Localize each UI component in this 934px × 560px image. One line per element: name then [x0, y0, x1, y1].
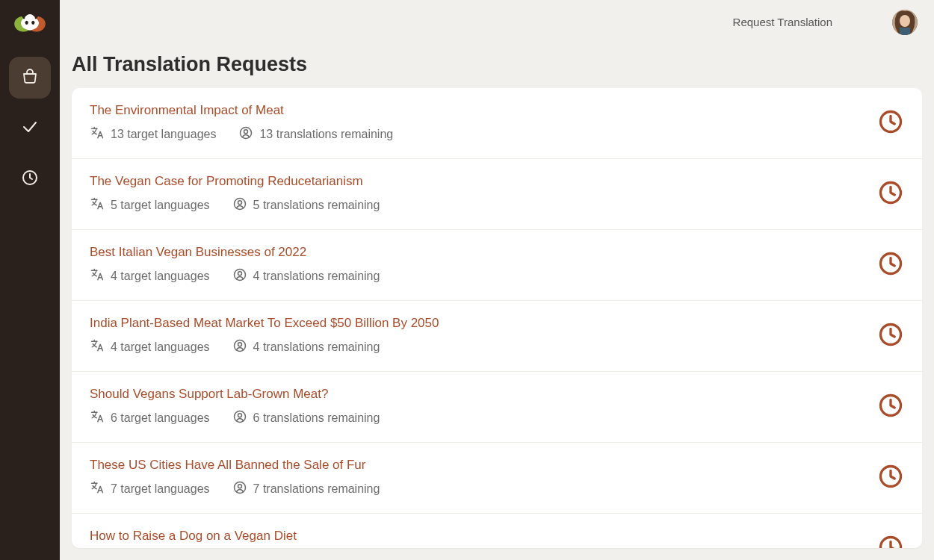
request-translation-link[interactable]: Request Translation — [733, 16, 832, 28]
request-row[interactable]: These US Cities Have All Banned the Sale… — [72, 443, 922, 514]
status-pending — [877, 392, 904, 422]
translations-remaining-label: 4 translations remaining — [253, 340, 380, 354]
request-row[interactable]: India Plant-Based Meat Market To Exceed … — [72, 301, 922, 372]
person-circle-icon — [232, 196, 247, 214]
target-languages-label: 7 target languages — [111, 482, 210, 496]
clock-icon — [877, 321, 904, 351]
notifications-button[interactable] — [853, 13, 871, 31]
person-circle-icon — [232, 480, 247, 498]
request-row[interactable]: The Environmental Impact of Meat 13 — [72, 88, 922, 159]
sidebar-item-requests[interactable] — [9, 57, 51, 99]
briefcase-icon — [21, 67, 39, 88]
target-languages-label: 6 target languages — [111, 411, 210, 425]
svg-point-16 — [238, 272, 241, 276]
sidebar — [0, 0, 60, 560]
request-row[interactable]: The Vegan Case for Promoting Reducetaria… — [72, 159, 922, 230]
svg-point-7 — [900, 15, 910, 27]
request-title: India Plant-Based Meat Market To Exceed … — [90, 316, 877, 331]
status-pending — [877, 534, 904, 548]
translations-remaining-label: 4 translations remaining — [253, 270, 380, 283]
clock-icon — [877, 108, 904, 138]
translate-icon — [90, 125, 105, 143]
request-title: The Vegan Case for Promoting Reducetaria… — [90, 174, 877, 189]
request-title: The Environmental Impact of Meat — [90, 103, 877, 118]
main-area: Request Translation — [60, 0, 934, 560]
clock-icon — [877, 250, 904, 280]
target-languages-label: 5 target languages — [111, 199, 210, 212]
target-languages-label: 4 target languages — [111, 270, 210, 283]
svg-point-10 — [244, 130, 248, 134]
app-logo — [10, 9, 49, 39]
translate-icon — [90, 267, 105, 285]
request-title: Should Vegans Support Lab-Grown Meat? — [90, 387, 877, 402]
svg-point-21 — [234, 411, 245, 423]
status-pending — [877, 179, 904, 209]
request-row[interactable]: Should Vegans Support Lab-Grown Meat? — [72, 372, 922, 443]
clock-icon — [877, 463, 904, 493]
translate-icon — [90, 338, 105, 356]
sidebar-item-completed[interactable] — [9, 108, 51, 149]
clock-icon — [21, 169, 39, 190]
svg-point-18 — [234, 340, 245, 352]
svg-point-12 — [234, 199, 245, 210]
person-circle-icon — [232, 409, 247, 427]
request-title: These US Cities Have All Banned the Sale… — [90, 458, 877, 473]
request-title: Best Italian Vegan Businesses of 2022 — [90, 245, 877, 260]
person-circle-icon — [232, 267, 247, 285]
svg-point-25 — [238, 485, 241, 488]
status-pending — [877, 321, 904, 351]
svg-point-24 — [234, 482, 245, 494]
status-pending — [877, 463, 904, 493]
translations-remaining-label: 13 translations remaining — [259, 128, 393, 141]
status-pending — [877, 250, 904, 280]
topbar: Request Translation — [60, 0, 934, 44]
request-title: How to Raise a Dog on a Vegan Diet — [90, 529, 877, 544]
clock-icon — [877, 179, 904, 209]
translate-icon — [90, 409, 105, 427]
clock-icon — [877, 392, 904, 422]
sidebar-item-pending[interactable] — [9, 158, 51, 200]
svg-point-2 — [25, 21, 28, 25]
clock-icon — [877, 534, 904, 548]
svg-point-15 — [234, 270, 245, 281]
target-languages-label: 13 target languages — [111, 128, 216, 141]
translations-remaining-label: 7 translations remaining — [253, 482, 380, 496]
check-icon — [21, 118, 39, 139]
svg-point-22 — [238, 414, 241, 417]
svg-point-9 — [241, 128, 252, 139]
svg-point-3 — [31, 21, 34, 25]
svg-point-13 — [238, 201, 241, 205]
requests-card: The Environmental Impact of Meat 13 — [72, 88, 922, 548]
target-languages-label: 4 target languages — [111, 340, 210, 354]
translations-remaining-label: 6 translations remaining — [253, 411, 380, 425]
svg-point-19 — [238, 343, 241, 346]
svg-rect-8 — [900, 28, 910, 35]
person-circle-icon — [238, 125, 253, 143]
user-avatar[interactable] — [892, 10, 918, 35]
request-row[interactable]: How to Raise a Dog on a Vegan Diet 6 — [72, 514, 922, 548]
translate-icon — [90, 196, 105, 214]
translate-icon — [90, 480, 105, 498]
person-circle-icon — [232, 338, 247, 356]
translations-remaining-label: 5 translations remaining — [253, 199, 380, 212]
status-pending — [877, 108, 904, 138]
request-row[interactable]: Best Italian Vegan Businesses of 2022 — [72, 230, 922, 301]
page-title: All Translation Requests — [60, 44, 934, 88]
